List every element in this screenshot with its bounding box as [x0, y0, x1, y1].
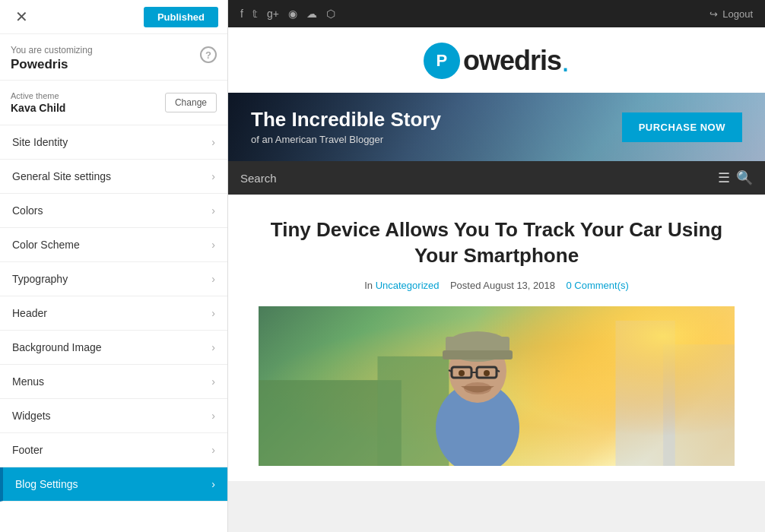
sidebar-item-menus[interactable]: Menus ›	[0, 365, 227, 399]
chevron-right-icon: ›	[211, 410, 215, 422]
soundcloud-icon: ☁	[306, 8, 317, 20]
instagram-icon: ⬡	[326, 8, 335, 20]
article-image	[259, 306, 735, 466]
active-theme-section: Active theme Kava Child Change	[0, 81, 227, 125]
sidebar-item-label: Color Scheme	[12, 239, 80, 251]
logout-icon: ↪	[709, 8, 718, 20]
chevron-right-icon: ›	[211, 204, 215, 217]
article-content: Tiny Device Allows You To Track Your Car…	[228, 195, 765, 481]
svg-point-12	[484, 370, 490, 376]
nav-bar: Search ☰ 🔍	[228, 161, 765, 195]
customizer-panel: ✕ Published You are customizing Powedris…	[0, 0, 228, 532]
svg-point-11	[459, 370, 465, 376]
sidebar-item-general-site-settings[interactable]: General Site settings ›	[0, 160, 227, 194]
search-nav-icon: 🔍	[736, 169, 753, 186]
hamburger-icon: ☰	[718, 169, 730, 186]
sidebar-item-site-identity[interactable]: Site Identity ›	[0, 125, 227, 160]
google-plus-icon: g+	[267, 8, 279, 20]
sidebar-item-label: Menus	[12, 375, 44, 388]
chevron-right-icon: ›	[211, 478, 215, 490]
logo-dot: .	[561, 44, 570, 78]
sidebar-item-label: Widgets	[12, 410, 51, 422]
sidebar-item-header[interactable]: Header ›	[0, 296, 227, 331]
published-button[interactable]: Published	[144, 7, 218, 27]
article-title: Tiny Device Allows You To Track Your Car…	[259, 217, 735, 269]
article-date: Posted August 13, 2018	[450, 280, 555, 291]
chevron-right-icon: ›	[211, 273, 215, 285]
sidebar-item-colors[interactable]: Colors ›	[0, 194, 227, 228]
article-category[interactable]: Uncategorized	[376, 280, 440, 291]
sidebar-item-footer[interactable]: Footer ›	[0, 433, 227, 467]
article-meta: In Uncategorized Posted August 13, 2018 …	[259, 280, 735, 291]
customizing-section: You are customizing Powedris ?	[0, 34, 227, 81]
person-silhouette	[402, 306, 554, 466]
logo-text: owedris	[463, 45, 561, 77]
sidebar-item-label: Background Image	[12, 341, 102, 353]
chevron-right-icon: ›	[211, 341, 215, 353]
article-comments[interactable]: 0 Comment(s)	[566, 280, 628, 291]
banner-content: The Incredible Story of an American Trav…	[228, 109, 765, 145]
logout-link[interactable]: ↪ Logout	[709, 8, 753, 20]
banner-heading: The Incredible Story	[251, 109, 441, 131]
chevron-right-icon: ›	[211, 170, 215, 182]
sidebar-item-background-image[interactable]: Background Image ›	[0, 331, 227, 365]
sidebar-item-label: Colors	[12, 204, 43, 217]
nav-icons: ☰ 🔍	[718, 169, 753, 186]
site-header: P owedris .	[228, 27, 765, 93]
site-topbar: f 𝕥 g+ ◉ ☁ ⬡ ↪ Logout	[228, 0, 765, 27]
dribbble-icon: ◉	[288, 8, 297, 20]
sidebar-item-label: Typography	[12, 273, 68, 285]
help-button[interactable]: ?	[200, 46, 217, 63]
banner-text: The Incredible Story of an American Trav…	[251, 109, 441, 145]
banner-subheading: of an American Travel Blogger	[251, 134, 441, 145]
social-icons-group: f 𝕥 g+ ◉ ☁ ⬡	[240, 8, 335, 20]
sidebar-item-label: Blog Settings	[15, 478, 78, 490]
change-theme-button[interactable]: Change	[165, 93, 217, 112]
logo: P owedris .	[424, 43, 570, 79]
sidebar-item-blog-settings[interactable]: Blog Settings ›	[0, 467, 227, 502]
svg-rect-5	[443, 350, 513, 359]
chevron-right-icon: ›	[211, 136, 215, 148]
theme-name: Kava Child	[11, 102, 65, 114]
close-button[interactable]: ✕	[9, 5, 34, 29]
site-preview: f 𝕥 g+ ◉ ☁ ⬡ ↪ Logout P owedris . The In…	[228, 0, 765, 532]
sidebar-item-color-scheme[interactable]: Color Scheme ›	[0, 228, 227, 262]
chevron-right-icon: ›	[211, 375, 215, 388]
logout-label: Logout	[722, 8, 753, 20]
sidebar-item-typography[interactable]: Typography ›	[0, 262, 227, 296]
facebook-icon: f	[240, 8, 243, 20]
sidebar-item-label: Site Identity	[12, 136, 68, 148]
twitter-icon: 𝕥	[252, 8, 258, 20]
meta-prefix: In	[364, 280, 373, 291]
panel-header: ✕ Published	[0, 0, 227, 34]
chevron-right-icon: ›	[211, 307, 215, 319]
chevron-right-icon: ›	[211, 239, 215, 251]
sidebar-item-label: Footer	[12, 444, 43, 456]
banner-section: The Incredible Story of an American Trav…	[228, 93, 765, 161]
customizing-label: You are customizing	[11, 45, 93, 55]
customizer-menu: Site Identity › General Site settings › …	[0, 125, 227, 532]
active-theme-label: Active theme	[11, 91, 65, 100]
chevron-right-icon: ›	[211, 444, 215, 456]
sidebar-item-widgets[interactable]: Widgets ›	[0, 399, 227, 433]
sidebar-item-label: General Site settings	[12, 170, 111, 182]
sidebar-item-label: Header	[12, 307, 47, 319]
logo-circle: P	[424, 43, 460, 79]
search-label: Search	[240, 172, 277, 185]
site-name: Powedris	[11, 57, 93, 72]
purchase-button[interactable]: PURCHASE NOW	[622, 112, 742, 142]
